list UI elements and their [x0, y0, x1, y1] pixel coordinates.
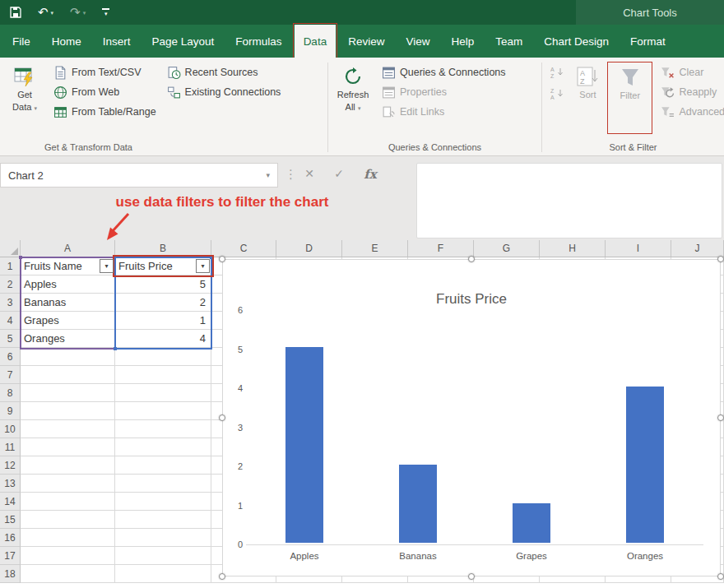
tab-file[interactable]: File [3, 25, 39, 58]
a1-filter-dropdown-button[interactable]: ▾ [100, 259, 114, 273]
edit-links-button[interactable]: Edit Links [379, 103, 508, 121]
cell-A18[interactable] [21, 565, 115, 583]
get-data-button[interactable]: Get Data ▾ [4, 62, 45, 134]
bar-grapes[interactable] [513, 503, 550, 543]
tab-data[interactable]: Data [295, 25, 336, 58]
tab-formulas[interactable]: Formulas [226, 25, 290, 58]
undo-button[interactable]: ↶ ▾ [38, 7, 53, 19]
customize-quick-access-button[interactable]: ▾ [102, 8, 109, 16]
chart-selection-handle-bottom-right[interactable] [717, 573, 724, 580]
row-header-15[interactable]: 15 [0, 511, 21, 529]
chart-selection-handle-bottom-left[interactable] [219, 573, 225, 580]
undo-dropdown-icon[interactable]: ▾ [51, 10, 54, 16]
cell-B2[interactable]: 5 [115, 275, 211, 294]
column-header-F[interactable]: F [408, 240, 474, 257]
cell-A10[interactable] [21, 420, 115, 438]
column-header-J[interactable]: J [671, 240, 724, 257]
tab-page-layout[interactable]: Page Layout [143, 25, 224, 58]
row-header-13[interactable]: 13 [0, 475, 21, 493]
cell-A6[interactable] [21, 348, 115, 366]
clear-filter-button[interactable]: Clear [658, 63, 724, 81]
row-header-1[interactable]: 1 [0, 257, 21, 275]
cancel-button[interactable]: ✕ [298, 167, 321, 180]
row-header-14[interactable]: 14 [0, 493, 21, 511]
tab-team[interactable]: Team [486, 25, 531, 58]
row-header-12[interactable]: 12 [0, 456, 21, 475]
cell-A9[interactable] [21, 402, 115, 420]
formula-input[interactable] [416, 163, 722, 238]
name-box[interactable]: Chart 2 ▾ [0, 163, 278, 188]
row-header-5[interactable]: 5 [0, 330, 21, 348]
cell-B13[interactable] [115, 475, 211, 493]
row-header-8[interactable]: 8 [0, 384, 21, 402]
cell-B10[interactable] [115, 420, 211, 438]
row-header-11[interactable]: 11 [0, 438, 21, 456]
chart-selection-handle-mid-left[interactable] [219, 414, 225, 421]
cell-A14[interactable] [21, 493, 115, 511]
cell-B12[interactable] [115, 456, 211, 475]
tab-chart-design[interactable]: Chart Design [535, 25, 618, 58]
cell-A8[interactable] [21, 384, 115, 402]
tab-format[interactable]: Format [621, 25, 675, 58]
row-header-7[interactable]: 7 [0, 366, 21, 384]
chart-selection-handle-top-right[interactable] [717, 256, 724, 262]
name-box-dropdown-icon[interactable]: ▾ [266, 171, 270, 179]
redo-dropdown-icon[interactable]: ▾ [83, 10, 86, 16]
column-header-G[interactable]: G [474, 240, 540, 257]
tab-review[interactable]: Review [339, 25, 393, 58]
cell-A4[interactable]: Grapes [21, 312, 115, 330]
cell-B18[interactable] [115, 565, 211, 583]
cell-A15[interactable] [21, 511, 115, 529]
tab-home[interactable]: Home [43, 25, 90, 58]
cell-B4[interactable]: 1 [115, 312, 211, 330]
tab-insert[interactable]: Insert [94, 25, 140, 58]
cell-B3[interactable]: 2 [115, 294, 211, 312]
cell-B6[interactable] [115, 348, 211, 366]
cell-B17[interactable] [115, 547, 211, 565]
cell-A13[interactable] [21, 475, 115, 493]
embedded-chart[interactable]: Fruits Price 0123456 ApplesBananasGrapes… [222, 259, 721, 576]
properties-button[interactable]: Properties [379, 83, 508, 101]
cell-B7[interactable] [115, 366, 211, 384]
row-header-10[interactable]: 10 [0, 420, 21, 438]
tab-view[interactable]: View [397, 25, 439, 58]
b1-filter-dropdown-button[interactable]: ▾ [196, 259, 210, 273]
cell-A12[interactable] [21, 456, 115, 475]
row-header-4[interactable]: 4 [0, 312, 21, 330]
from-table-range-button[interactable]: From Table/Range [51, 103, 159, 121]
existing-connections-button[interactable]: Existing Connections [165, 83, 284, 101]
column-header-D[interactable]: D [276, 240, 342, 257]
select-all-corner[interactable] [0, 240, 21, 257]
bar-apples[interactable] [285, 347, 323, 543]
filter-button[interactable]: Filter [607, 62, 652, 134]
column-header-H[interactable]: H [540, 240, 606, 257]
reapply-filter-button[interactable]: Reapply [658, 83, 724, 101]
row-header-17[interactable]: 17 [0, 547, 21, 565]
chart-selection-handle-top-left[interactable] [219, 256, 225, 262]
bar-oranges[interactable] [626, 387, 664, 543]
cell-B15[interactable] [115, 511, 211, 529]
row-header-16[interactable]: 16 [0, 529, 21, 547]
queries-connections-button[interactable]: Queries & Connections [379, 63, 508, 81]
cell-A11[interactable] [21, 438, 115, 456]
chart-selection-handle-top-mid[interactable] [468, 256, 475, 262]
row-header-3[interactable]: 3 [0, 294, 21, 312]
recent-sources-button[interactable]: Recent Sources [165, 63, 284, 81]
cell-A3[interactable]: Bananas [21, 294, 115, 312]
column-header-I[interactable]: I [606, 240, 671, 257]
cell-B16[interactable] [115, 529, 211, 547]
cell-A16[interactable] [21, 529, 115, 547]
row-header-18[interactable]: 18 [0, 565, 21, 583]
cell-A5[interactable]: Oranges [21, 330, 115, 348]
bar-bananas[interactable] [399, 465, 437, 543]
cell-A2[interactable]: Apples [21, 275, 115, 294]
save-button[interactable] [10, 7, 21, 18]
insert-function-button[interactable]: fx [359, 167, 382, 182]
tab-help[interactable]: Help [442, 25, 483, 58]
cell-B8[interactable] [115, 384, 211, 402]
from-web-button[interactable]: From Web [51, 83, 159, 101]
column-header-E[interactable]: E [342, 240, 408, 257]
sort-z-a-button[interactable]: ZA [548, 86, 566, 101]
cell-B5[interactable]: 4 [115, 330, 211, 348]
row-header-6[interactable]: 6 [0, 348, 21, 366]
